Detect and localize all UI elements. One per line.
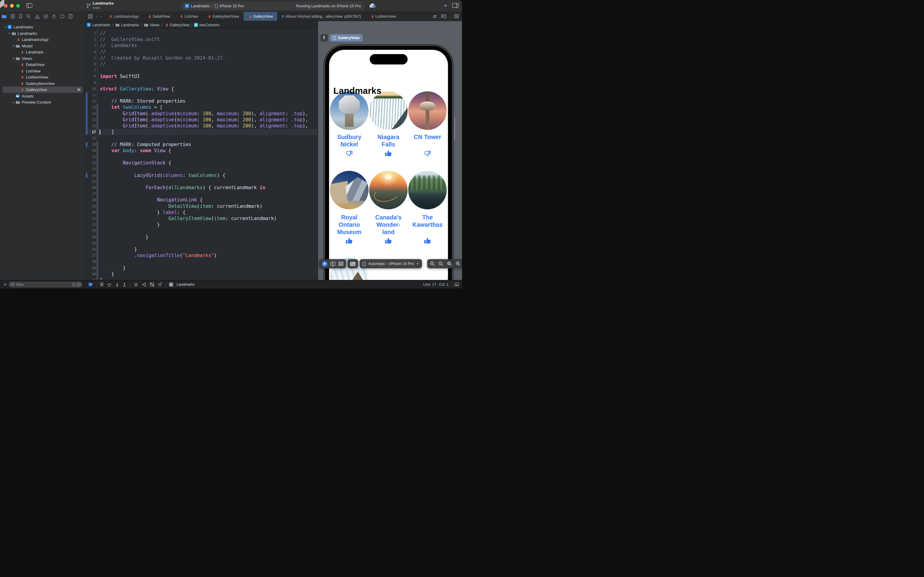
code-line-28[interactable]: 28 NavigationLink { [85,197,318,203]
line-number[interactable]: 8 [87,73,96,79]
line-number[interactable]: 23 [87,166,96,172]
breadcrumb-item-galleryview[interactable]: GalleryView [164,23,190,27]
gallery-image-sudbury-nickel[interactable] [330,91,369,130]
zoom-out-icon[interactable] [430,261,435,266]
recents-clock-icon[interactable] [72,283,76,286]
scheme-app[interactable]: Landmarks [191,4,210,8]
zoom-window-button[interactable] [16,4,20,8]
line-number[interactable]: 22 [87,160,96,166]
gallery-item-label[interactable]: CN Tower [408,133,447,140]
line-number[interactable]: 20 [87,148,96,154]
canvas-scrollbar[interactable] [454,117,455,140]
filter-field[interactable] [8,282,82,287]
gallery-image-niagara-falls[interactable] [369,91,407,130]
line-number[interactable]: 34 [87,234,96,240]
disclosure-chevron-icon[interactable]: ▸ [12,101,15,104]
code-line-34[interactable]: 34 } [85,234,318,240]
find-icon[interactable] [26,14,31,19]
line-number[interactable]: 12 [87,98,96,104]
code-line-32[interactable]: 32 } [85,222,318,228]
code-line-33[interactable]: 33 [85,228,318,234]
code-line-3[interactable]: 3// Landmarks [85,42,318,48]
project-navigator-icon[interactable] [2,15,6,18]
code-line-2[interactable]: 2// GalleryView.swift [85,36,318,42]
variants-mode-button[interactable] [338,262,343,266]
pause-icon[interactable] [100,282,103,286]
code-line-23[interactable]: 23 [85,166,318,172]
sidebar-item-landmark[interactable]: Landmark [0,49,85,55]
code-line-25[interactable]: 25 [85,179,318,185]
code-line-1[interactable]: 1// [85,30,318,36]
line-number[interactable]: 25 [87,179,96,185]
sidebar-item-landmarks[interactable]: ▾ALandmarks [0,24,85,30]
sidebar-item-views[interactable]: ▾Views [0,55,85,62]
code-line-8[interactable]: 8import SwiftUI [85,73,318,79]
code-line-39[interactable]: 39 } [85,265,318,271]
sidebar-item-galleryitemview[interactable]: GalleryItemView [0,81,85,87]
run-button[interactable] [0,0,4,8]
line-number[interactable]: 28 [87,197,96,203]
gallery-item-label[interactable]: TheKawarthas [408,214,447,228]
line-number[interactable]: 6 [87,61,96,67]
disclosure-chevron-icon[interactable]: ▾ [12,57,15,60]
step-out-icon[interactable] [122,282,127,287]
line-number[interactable]: 35 [87,240,96,246]
code-line-29[interactable]: 29 DetailView(item: currentLandmark) [85,203,318,210]
line-number[interactable]: 33 [87,228,96,234]
sidebar-item-landmarks[interactable]: ▾Landmarks [0,30,85,37]
code-line-37[interactable]: 37 .navigationTitle("Landmarks") [85,253,318,259]
issues-icon[interactable] [35,15,40,19]
forward-icon[interactable]: › [100,14,102,19]
preview-device-pill[interactable]: Automatic – iPhone 15 Pro ▼ [360,259,422,268]
scheme-destination[interactable]: iPhone 15 Pro [220,4,244,8]
editor-focus-icon[interactable] [454,282,459,286]
code-line-16[interactable]: 16 GridItem(.adaptive(minimum: 100, maxi… [85,123,318,129]
sidebar-item-model[interactable]: ▾Model [0,43,85,49]
scheme-selector[interactable]: A Landmarks 〉 iPhone 15 Pro Running Land… [182,2,364,10]
sidebar-item-preview-content[interactable]: ▸Preview Content [0,99,85,105]
add-file-button[interactable]: + [4,282,6,287]
step-into-icon[interactable] [115,282,119,287]
line-number[interactable]: 13 [87,104,96,110]
line-number[interactable]: 40 [87,271,96,277]
code-line-20[interactable]: 20 var body: some View { [85,148,318,154]
line-number[interactable]: 9 [87,80,96,86]
filter-input[interactable] [16,283,71,286]
line-number[interactable]: 16 [87,123,96,129]
line-number[interactable]: 30 [87,210,96,216]
line-number[interactable]: 39 [87,265,96,271]
line-number[interactable]: 3 [87,42,96,48]
line-number[interactable]: 29 [87,203,96,210]
tab-listview[interactable]: ListView [175,12,203,21]
code-line-17[interactable]: 17 ] [85,129,318,135]
live-preview-button[interactable] [322,261,328,267]
view-hierarchy-icon[interactable] [134,282,138,287]
code-line-5[interactable]: 5// Created by Russell Gordon on 2024-01… [85,55,318,61]
line-number[interactable]: 36 [87,246,96,253]
code-line-31[interactable]: 31 GalleryItemView(item: currentLandmark… [85,216,318,222]
code-line-15[interactable]: 15 GridItem(.adaptive(minimum: 100, maxi… [85,117,318,123]
code-line-10[interactable]: 10struct GalleryView: View { [85,86,318,92]
code-editor[interactable]: 1//2// GalleryView.swift3// Landmarks4//… [85,29,318,280]
gallery-item-label[interactable]: SudburyNickel [330,133,369,148]
tab-galleryitemview[interactable]: GalleryItemView [203,12,243,21]
reports-icon[interactable] [69,14,72,19]
environment-overrides-icon[interactable] [150,282,154,287]
device-settings-button[interactable] [350,262,356,266]
sidebar-item-listview[interactable]: ListView [0,68,85,74]
code-line-22[interactable]: 22 NavigationStack { [85,160,318,166]
code-line-40[interactable]: 40 } [85,271,318,277]
gallery-image-canadas-wonderland[interactable] [369,171,407,210]
tab-detailview[interactable]: DetailView [143,12,174,21]
line-number[interactable]: 38 [87,259,96,265]
sidebar-item-galleryview[interactable]: GalleryViewM [0,87,85,93]
code-line-11[interactable]: 11 [85,92,318,98]
gallery-item-label[interactable]: RoyalOntarioMuseum [330,214,369,235]
tab-listitemview[interactable]: ListItemView [366,12,401,21]
line-number[interactable]: 31 [87,216,96,222]
back-icon[interactable]: ‹ [96,14,97,19]
code-line-26[interactable]: 26 ForEach(allLandmarks) { currentLandma… [85,185,318,191]
debug-icon[interactable] [52,14,56,19]
add-button[interactable]: + [444,2,447,9]
disclosure-chevron-icon[interactable]: ▾ [12,44,15,47]
